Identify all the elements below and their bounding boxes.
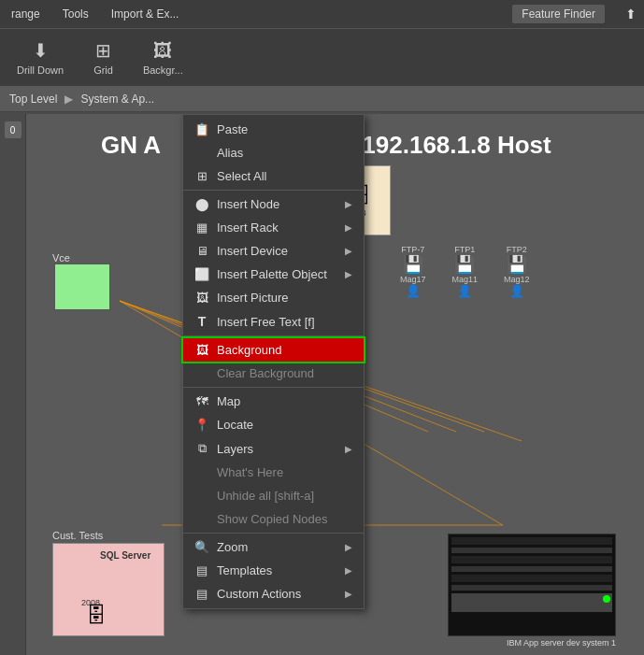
ctx-unhide-all-label: Unhide all [shift-a] [217,489,352,503]
ctx-sep-2 [183,335,364,336]
drill-down-icon: ⬇ [33,39,49,62]
sql-icon: 🗄 [86,604,107,628]
cust-tests-label: Cust. Tests [52,530,103,541]
ctx-custom-actions-label: Custom Actions [217,587,337,601]
drill-down-label: Drill Down [17,64,64,76]
breadcrumb-top-level[interactable]: Top Level [9,93,57,106]
menu-import[interactable]: Import & Ex... [107,6,183,22]
layers-icon: ⧉ [194,441,209,456]
ctx-insert-rack-label: Insert Rack [217,221,337,235]
ctx-insert-free-text[interactable]: T Insert Free Text [f] [183,309,364,334]
vce-box[interactable] [54,263,110,310]
breadcrumb-separator: ▶ [64,93,73,106]
top-menubar: range Tools Import & Ex... Feature Finde… [0,0,644,28]
ctx-sep-4 [183,533,364,534]
mag17-label: Mag17 [400,275,426,284]
insert-rack-icon: ▦ [194,221,209,235]
grid-label: Grid [93,64,113,76]
ctx-custom-actions[interactable]: ▤ Custom Actions ▶ [183,582,364,605]
ftp-area-top: FTP-7 💾 Mag17 👤 FTP1 💾 Mag11 👤 FTP2 💾 Ma… [400,245,530,298]
ftp7-icon: 💾 [403,254,423,275]
ctx-paste-label: Paste [217,122,352,136]
ctx-alias-label: Alias [217,146,352,160]
ctx-zoom[interactable]: 🔍 Zoom ▶ [183,535,364,559]
menu-tools[interactable]: Tools [59,6,93,22]
canvas-area[interactable]: 0 GN A iew w - 192.168.1.8 Host Mon1 🖥 Z… [0,114,644,655]
ctx-paste[interactable]: 📋 Paste [183,118,364,141]
ftp2-icon: 💾 [507,254,527,275]
ctx-map-label: Map [217,394,352,408]
menu-range[interactable]: range [7,6,44,22]
zoom-arrow: ▶ [345,542,352,552]
insert-palette-arrow: ▶ [345,269,352,279]
grid-icon: ⊞ [95,39,111,62]
insert-rack-arrow: ▶ [345,222,352,233]
ctx-zoom-label: Zoom [217,540,337,554]
ftp2-label: FTP2 [507,245,527,254]
background-toolbar-label: Backgr... [143,64,183,76]
ctx-insert-free-text-label: Insert Free Text [f] [217,315,352,329]
templates-arrow: ▶ [345,565,352,576]
ctx-insert-node-label: Insert Node [217,197,337,211]
background-icon: 🖼 [194,343,209,357]
ctx-show-copied: Show Copied Nodes [183,507,364,531]
insert-node-icon: ⬤ [194,197,209,211]
templates-icon: ▤ [194,563,209,577]
sql-server-box[interactable]: SQL Server 2008 🗄 [52,543,165,636]
feature-finder-button[interactable]: Feature Finder [512,5,605,23]
insert-device-icon: 🖥 [194,244,209,258]
ctx-select-all[interactable]: ⊞ Select All [183,164,364,188]
ctx-insert-rack[interactable]: ▦ Insert Rack ▶ [183,216,364,239]
ctx-sep-3 [183,387,364,388]
ctx-locate-label: Locate [217,418,352,432]
mag12-label: Mag12 [504,275,530,284]
background-toolbar-button[interactable]: 🖼 Backgr... [137,36,189,79]
ctx-alias[interactable]: Alias [183,141,364,164]
grid-button[interactable]: ⊞ Grid [88,36,119,79]
ctx-background[interactable]: 🖼 Background [183,338,364,362]
background-toolbar-icon: 🖼 [153,40,172,62]
ctx-clear-background: Clear Background [183,362,364,385]
breadcrumb-system-app[interactable]: System & Ap... [80,93,154,106]
ctx-whats-here: What's Here [183,461,364,484]
insert-palette-icon: ⬜ [194,267,209,281]
locate-icon: 📍 [194,418,209,432]
context-menu: 📋 Paste Alias ⊞ Select All ⬤ Insert Node… [182,114,365,609]
paste-icon: 📋 [194,122,209,136]
ftp1-user-icon: 👤 [457,284,472,298]
ctx-map[interactable]: 🗺 Map [183,390,364,413]
ctx-locate[interactable]: 📍 Locate [183,413,364,436]
ibm-server[interactable] [448,534,616,636]
ctx-unhide-all: Unhide all [shift-a] [183,484,364,507]
ctx-layers[interactable]: ⧉ Layers ▶ [183,436,364,461]
ctx-insert-device[interactable]: 🖥 Insert Device ▶ [183,239,364,263]
custom-actions-icon: ▤ [194,587,209,601]
ftp7-label: FTP-7 [401,245,424,254]
custom-actions-arrow: ▶ [345,589,352,599]
upload-icon[interactable]: ⬆ [625,7,637,21]
ctx-insert-picture[interactable]: 🖼 Insert Picture [183,286,364,309]
ftp1-icon: 💾 [454,254,475,275]
select-all-icon: ⊞ [194,169,209,183]
ftp7-item: FTP-7 💾 Mag17 👤 [400,245,426,298]
ctx-insert-node[interactable]: ⬤ Insert Node ▶ [183,192,364,216]
insert-node-arrow: ▶ [345,199,352,209]
left-panel-strip: 0 [0,114,26,655]
map-icon: 🗺 [194,394,209,408]
ftp7-user-icon: 👤 [406,284,421,298]
layers-arrow: ▶ [345,444,352,454]
ctx-select-all-label: Select All [217,169,352,183]
ctx-insert-device-label: Insert Device [217,244,337,258]
drill-down-button[interactable]: ⬇ Drill Down [11,36,69,79]
ctx-templates[interactable]: ▤ Templates ▶ [183,559,364,582]
insert-device-arrow: ▶ [345,246,352,256]
ctx-insert-picture-label: Insert Picture [217,291,352,305]
sql-server-label: SQL Server [100,550,150,561]
breadcrumb: Top Level ▶ System & Ap... [0,86,644,112]
ctx-insert-palette[interactable]: ⬜ Insert Palette Object ▶ [183,263,364,286]
ctx-clear-background-label: Clear Background [217,366,352,380]
ctx-sep-1 [183,190,364,191]
insert-picture-icon: 🖼 [194,291,209,305]
ctx-whats-here-label: What's Here [217,465,352,479]
ftp2-item: FTP2 💾 Mag12 👤 [504,245,530,298]
